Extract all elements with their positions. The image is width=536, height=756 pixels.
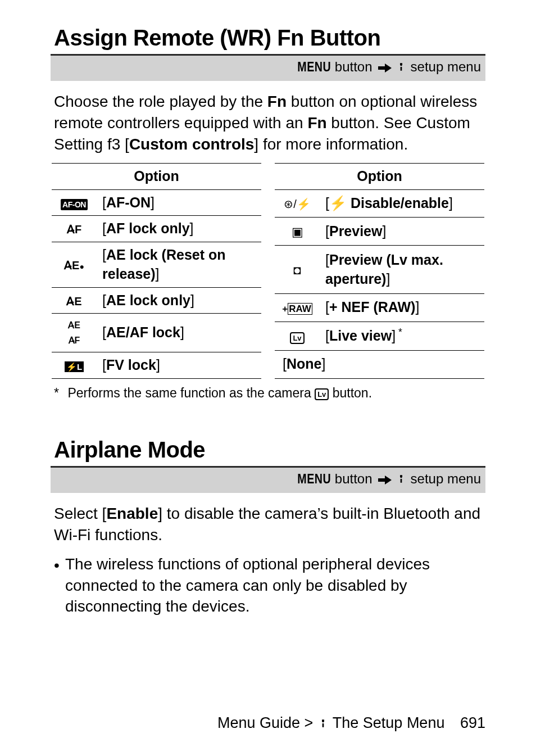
page-number: 691 [460, 714, 485, 731]
aeaf-lock-icon: A̵EA̵F [52, 314, 97, 352]
af-on-icon: AF-ON [52, 189, 97, 216]
para-text: Select [ [54, 505, 106, 522]
section2-breadcrumb: MENU button setup menu [51, 468, 485, 493]
wrench-icon [319, 714, 328, 735]
breadcrumb-text1: button [331, 59, 376, 74]
option-label: [AE lock (Reset on release)] [97, 242, 261, 288]
list-item: • The wireless functions of optional per… [54, 554, 482, 617]
wrench-icon [397, 472, 406, 490]
option-label: [FV lock] [97, 352, 261, 379]
option-label: [AE lock only] [97, 287, 261, 314]
page-footer: Menu Guide > The Setup Menu 691 [217, 713, 485, 735]
section2-bullets: • The wireless functions of optional per… [54, 554, 482, 617]
flash-disable-icon: ⊛/⚡ [275, 189, 320, 218]
section2-title-row: Airplane Mode [51, 434, 485, 468]
options-right-body: ⊛/⚡[⚡ Disable/enable]▣[Preview]◘[Preview… [275, 189, 484, 378]
option-label: [⚡ Disable/enable] [320, 189, 484, 218]
menu-label: MENU [297, 59, 331, 74]
preview-icon: ▣ [275, 218, 320, 246]
option-label: [AF-ON] [97, 189, 261, 216]
table-row: A̵EA̵F[AE/AF lock] [52, 314, 261, 352]
section2-header: Airplane Mode MENU button setup menu [51, 434, 485, 493]
bullet-text: The wireless functions of optional perip… [65, 554, 482, 617]
table-header: Option [275, 163, 484, 189]
para-text: Choose the role played by the [54, 93, 267, 110]
table-row: ⊛/⚡[⚡ Disable/enable] [275, 189, 484, 218]
table-header: Option [52, 163, 261, 189]
footer-post: The Setup Menu [329, 714, 445, 731]
bullet-dot: • [54, 554, 65, 617]
live-view-icon: Lv [275, 322, 320, 350]
lv-icon: Lv [315, 388, 329, 401]
preview-lv-icon: ◘ [275, 246, 320, 294]
table-row: ◘[Preview (Lv max. aperture)] [275, 246, 484, 294]
section1-paragraph: Choose the role played by the Fn button … [54, 91, 482, 155]
para-bold-fn2: Fn [307, 114, 326, 132]
option-label: [AE/AF lock] [97, 314, 261, 352]
table-row: A̵E●[AE lock (Reset on release)] [52, 242, 261, 288]
breadcrumb-text2: setup menu [407, 59, 481, 74]
option-label: [Preview (Lv max. aperture)] [320, 246, 484, 294]
footnote-mark: * [54, 384, 64, 402]
para-bold-enable: Enable [106, 505, 158, 522]
option-label: [None] [275, 350, 484, 378]
footnote-post: button. [329, 386, 372, 400]
options-tables: Option AF-ON[AF-ON]A̵F[AF lock only]A̵E●… [52, 163, 484, 379]
options-table-right: Option ⊛/⚡[⚡ Disable/enable]▣[Preview]◘[… [275, 163, 484, 379]
section1-title-row: Assign Remote (WR) Fn Button [51, 22, 485, 56]
ae-lock-icon: A̵E [52, 287, 97, 314]
table-row: ▣[Preview] [275, 218, 484, 246]
wrench-icon [397, 60, 406, 78]
af-lock-icon: A̵F [52, 216, 97, 242]
footer-pre: Menu Guide > [217, 714, 317, 731]
option-label: [AF lock only] [97, 216, 261, 242]
arrow-icon [378, 59, 392, 77]
para-bold-fn1: Fn [267, 93, 287, 110]
table-row: +RAW[+ NEF (RAW)] [275, 293, 484, 322]
options-left-body: AF-ON[AF-ON]A̵F[AF lock only]A̵E●[AE loc… [52, 189, 261, 378]
breadcrumb-text2: setup menu [407, 471, 481, 486]
table-row: A̵F[AF lock only] [52, 216, 261, 242]
fv-lock-icon: ⚡L [52, 352, 97, 379]
menu-label: MENU [297, 471, 331, 486]
option-label: [Preview] [320, 218, 484, 246]
table-row: AF-ON[AF-ON] [52, 189, 261, 216]
table-row: A̵E[AE lock only] [52, 287, 261, 314]
plus-raw-icon: +RAW [275, 293, 320, 322]
arrow-icon [378, 471, 392, 489]
para-bold-custom: Custom controls [129, 135, 254, 153]
breadcrumb-text1: button [331, 471, 376, 486]
footnote-pre: Performs the same function as the camera [67, 386, 315, 400]
table-row: [None] [275, 350, 484, 378]
table-row: ⚡L[FV lock] [52, 352, 261, 379]
section1-title: Assign Remote (WR) Fn Button [54, 22, 485, 53]
options-table-left: Option AF-ON[AF-ON]A̵F[AF lock only]A̵E●… [52, 163, 261, 379]
ae-reset-icon: A̵E● [52, 242, 97, 288]
table-row: Lv[Live view] * [275, 322, 484, 350]
section2-title: Airplane Mode [54, 434, 485, 465]
option-label: [+ NEF (RAW)] [320, 293, 484, 322]
section2-paragraph: Select [Enable] to disable the camera’s … [54, 503, 482, 546]
section1-header: Assign Remote (WR) Fn Button MENU button… [51, 22, 485, 81]
option-label: [Live view] * [320, 322, 484, 350]
footnote: * Performs the same function as the came… [54, 384, 482, 402]
section1-breadcrumb: MENU button setup menu [51, 56, 485, 81]
para-text: ] for more information. [254, 135, 408, 153]
